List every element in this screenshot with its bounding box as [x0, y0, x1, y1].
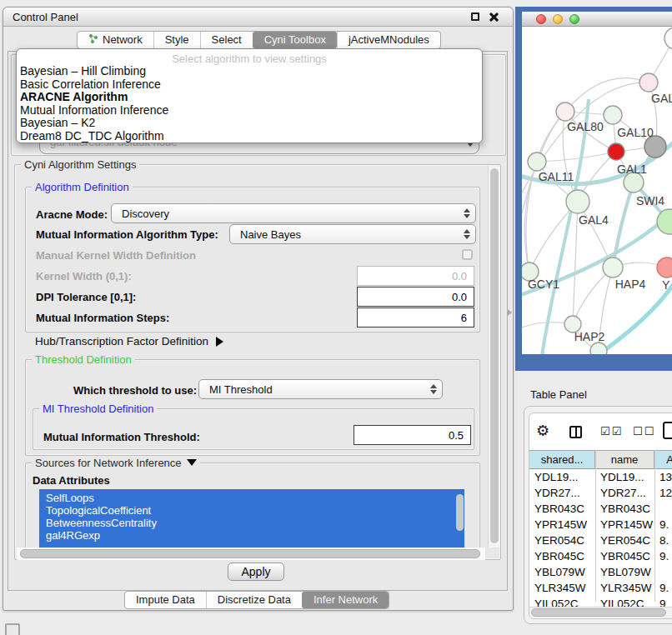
node-salmon[interactable]	[657, 258, 672, 278]
tab-jactivemnodules[interactable]: jActiveMNodules	[337, 32, 440, 48]
mi-threshold-field[interactable]: 0.5	[354, 425, 471, 445]
table-panel-title: Table Panel	[530, 388, 587, 401]
node-bottom-partial[interactable]	[590, 342, 607, 354]
manual-kernel-width-checkbox	[462, 249, 473, 260]
node-gal80[interactable]	[556, 102, 574, 121]
expand-right-icon	[216, 337, 223, 347]
settings-vertical-scrollbar-thumb[interactable]	[490, 168, 499, 543]
table-row[interactable]: YPR145WYPR145W9.	[529, 517, 672, 532]
aracne-mode-combobox[interactable]: Discovery	[111, 203, 476, 223]
tab-infer-network[interactable]: Infer Network	[302, 592, 389, 608]
table-row[interactable]: YDL19...YDL19...13	[529, 469, 672, 485]
collapse-down-icon	[187, 459, 197, 466]
list-item[interactable]: BetweennessCentrality	[39, 517, 464, 529]
algorithm-dropdown-popup: Select algorithm to view settings Bayesi…	[16, 48, 483, 143]
mi-steps-field[interactable]: 6	[357, 308, 474, 328]
settings-horizontal-scrollbar	[17, 548, 485, 560]
node-gal10[interactable]	[604, 106, 622, 124]
combo-stepper-icon	[464, 208, 470, 218]
table-row[interactable]: YBR045CYBR045C9.	[529, 548, 672, 564]
unchecked-columns-icon[interactable]: ☐☐	[633, 425, 655, 438]
list-item[interactable]: SelfLoops	[39, 489, 464, 504]
which-threshold-label: Which threshold to use:	[73, 384, 197, 397]
table-row[interactable]: YBL079WYBL079W	[529, 564, 672, 580]
column-header-shared[interactable]: shared...	[529, 451, 595, 468]
kernel-width-label: Kernel Width (0,1):	[36, 270, 132, 282]
tab-discretize-data[interactable]: Discretize Data	[206, 592, 302, 608]
combo-stepper-icon	[430, 384, 437, 394]
column-header-name[interactable]: name	[595, 451, 654, 468]
dropdown-item[interactable]: Bayesian – K2	[17, 117, 482, 130]
aracne-mode-label: Aracne Mode:	[36, 208, 108, 221]
kernel-width-field: 0.0	[357, 266, 474, 286]
dropdown-item[interactable]: Mutual Information Inference	[17, 104, 482, 118]
control-panel-titlebar: Control Panel	[3, 8, 513, 27]
mi-threshold-group: MI Threshold Definition Mutual Informati…	[33, 408, 474, 450]
mi-algorithm-type-combobox[interactable]: Naive Bayes	[229, 224, 476, 244]
node-gal1-red[interactable]	[608, 143, 624, 160]
list-item[interactable]: gal4RGexp	[39, 529, 464, 542]
node-gal11[interactable]	[528, 152, 546, 171]
table-row[interactable]: YLR345WYLR345W9.	[529, 580, 672, 596]
node-label: GAL1	[617, 162, 647, 176]
algorithm-definition-title: Algorithm Definition	[32, 181, 133, 193]
float-window-icon[interactable]	[471, 12, 479, 21]
node-gal4[interactable]	[566, 190, 589, 213]
node-label: GAL10	[617, 126, 654, 139]
tab-impute-data[interactable]: Impute Data	[125, 592, 206, 608]
node-gal-pink[interactable]	[639, 73, 658, 92]
sources-title[interactable]: Sources for Network Inference	[32, 457, 200, 469]
attributes-scrollbar-thumb[interactable]	[456, 494, 464, 531]
dropdown-item[interactable]: Dream8 DC_TDC Algorithm	[17, 130, 482, 143]
screen: Control Panel Network Style Select Cyni …	[0, 0, 672, 635]
node-top-partial[interactable]	[664, 28, 672, 49]
close-icon[interactable]	[489, 12, 499, 22]
table-row[interactable]: YBR043CYBR043C	[529, 501, 672, 517]
threshold-definition-title: Threshold Definition	[32, 353, 135, 366]
control-panel-title: Control Panel	[13, 11, 78, 23]
tab-cyni-toolbox[interactable]: Cyni Toolbox	[253, 32, 337, 48]
zoom-traffic-light-icon[interactable]	[569, 14, 579, 24]
list-item[interactable]: TopologicalCoefficient	[39, 504, 464, 517]
sources-group: Sources for Network Inference Data Attri…	[25, 462, 480, 552]
split-panel-icon[interactable]	[569, 426, 582, 438]
table-row[interactable]: YDR27...YDR27...12	[529, 485, 672, 501]
document-icon[interactable]	[663, 422, 672, 439]
dropdown-item-selected[interactable]: ARACNE Algorithm	[17, 91, 482, 104]
tab-network[interactable]: Network	[78, 32, 153, 48]
dropdown-item[interactable]: Basic Correlation Inference	[17, 78, 482, 92]
cyni-mode-tabs: Impute Data Discretize Data Infer Networ…	[124, 591, 389, 609]
data-attributes-label: Data Attributes	[33, 474, 110, 487]
algorithm-definition-group: Algorithm Definition Aracne Mode: Discov…	[25, 187, 480, 332]
mi-threshold-label: Mutual Information Threshold:	[43, 431, 200, 443]
node-label: HAP4	[615, 278, 646, 291]
network-view-window: GAL GAL80 GAL10 GAL1 GAL11 SWI4 GAL4 GCY…	[515, 7, 672, 371]
apply-button[interactable]: Apply	[228, 562, 284, 581]
column-header-partial[interactable]: A	[654, 451, 672, 468]
threshold-definition-group: Threshold Definition Which threshold to …	[25, 359, 480, 456]
tab-style[interactable]: Style	[153, 32, 200, 48]
settings-horizontal-scrollbar-thumb[interactable]	[20, 549, 480, 558]
minimize-traffic-light-icon[interactable]	[553, 14, 563, 24]
table-horizontal-scrollbar	[529, 607, 672, 618]
network-canvas[interactable]: GAL GAL80 GAL10 GAL1 GAL11 SWI4 GAL4 GCY…	[522, 27, 672, 354]
table-card: ⚙ ☑☑ ☐☐ shared... name A YDL19...YDL19..…	[529, 412, 672, 619]
table-horizontal-scrollbar-thumb[interactable]	[531, 608, 666, 617]
combo-stepper-icon	[464, 229, 470, 239]
dropdown-item[interactable]: Bayesian – Hill Climbing	[17, 65, 482, 78]
close-traffic-light-icon[interactable]	[536, 14, 546, 24]
dpi-tolerance-field[interactable]: 0.0	[357, 287, 474, 307]
node-label: GAL4	[579, 213, 609, 227]
table-row[interactable]: YER054CYER054C8.	[529, 532, 672, 548]
node-hap4[interactable]	[603, 258, 623, 278]
checked-columns-icon[interactable]: ☑☑	[600, 425, 623, 438]
which-threshold-combobox[interactable]: MI Threshold	[198, 379, 443, 399]
node-swi4-large[interactable]	[657, 209, 672, 234]
node-label: GCY1	[528, 278, 559, 291]
node-label: GAL11	[539, 170, 574, 183]
hub-factor-expander[interactable]: Hub/Transcription Factor Definition	[35, 335, 223, 348]
settings-vertical-scrollbar	[488, 166, 499, 548]
gear-icon[interactable]: ⚙	[536, 422, 549, 439]
tab-select[interactable]: Select	[200, 32, 253, 48]
dock-panel-icon[interactable]	[5, 623, 20, 635]
